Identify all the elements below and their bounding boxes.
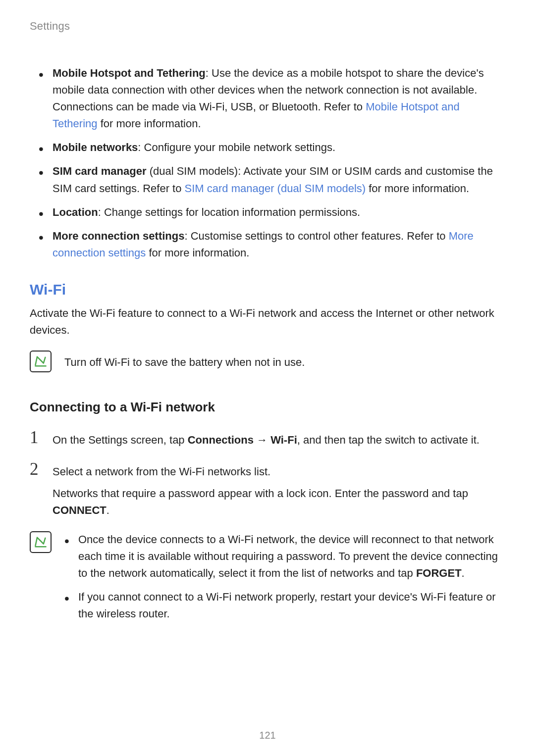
bullet-text: : Customise settings to control other fe… xyxy=(184,230,448,242)
arrow-icon: → xyxy=(254,434,270,446)
bullet-text: for more information. xyxy=(146,247,249,259)
connecting-steps: 1 On the Settings screen, tap Connection… xyxy=(30,429,505,519)
wifi-note-text: Turn off Wi-Fi to save the battery when … xyxy=(64,351,305,371)
note-icon xyxy=(30,531,52,553)
note-bold: FORGET xyxy=(416,567,462,579)
step-number: 1 xyxy=(30,429,43,449)
bullet-title: SIM card manager xyxy=(53,165,147,177)
step-body: On the Settings screen, tap Connections … xyxy=(53,429,505,449)
bullet-hotspot: Mobile Hotspot and Tethering: Use the de… xyxy=(53,65,505,132)
bullet-location: Location: Change settings for location i… xyxy=(53,204,505,221)
step-text: Networks that require a password appear … xyxy=(53,487,468,500)
step-number: 2 xyxy=(30,460,43,519)
bullet-more-connection: More connection settings: Customise sett… xyxy=(53,228,505,261)
bullet-title: Mobile networks xyxy=(53,141,138,153)
bullet-text: for more information. xyxy=(98,117,201,130)
bullet-text: : Change settings for location informati… xyxy=(98,206,360,218)
note-bullet-list: Once the device connects to a Wi-Fi netw… xyxy=(64,531,505,629)
note-icon xyxy=(30,351,52,372)
step-bold: Wi-Fi xyxy=(270,434,297,446)
bullet-sim-manager: SIM card manager (dual SIM models): Acti… xyxy=(53,163,505,197)
page-content: Mobile Hotspot and Tethering: Use the de… xyxy=(30,65,505,629)
note-bullet: If you cannot connect to a Wi-Fi network… xyxy=(64,589,505,622)
connecting-heading: Connecting to a Wi-Fi network xyxy=(30,400,505,415)
step-text: On the Settings screen, tap xyxy=(53,434,188,446)
bullet-text: for more information. xyxy=(366,182,469,195)
step-text: . xyxy=(107,504,109,516)
bullet-mobile-networks: Mobile networks: Configure your mobile n… xyxy=(53,139,505,156)
step-text: Select a network from the Wi-Fi networks… xyxy=(53,463,505,480)
step-2: 2 Select a network from the Wi-Fi networ… xyxy=(30,460,505,519)
step-body: Select a network from the Wi-Fi networks… xyxy=(53,460,505,519)
wifi-note-row: Turn off Wi-Fi to save the battery when … xyxy=(30,351,505,372)
step-bold: CONNECT xyxy=(53,504,107,516)
connecting-note: Once the device connects to a Wi-Fi netw… xyxy=(30,531,505,629)
step-subpara: Networks that require a password appear … xyxy=(53,485,505,519)
step-1: 1 On the Settings screen, tap Connection… xyxy=(30,429,505,449)
note-bullet: Once the device connects to a Wi-Fi netw… xyxy=(64,531,505,582)
note-text: . xyxy=(462,567,465,579)
note-text: If you cannot connect to a Wi-Fi network… xyxy=(78,591,496,620)
page-header-title: Settings xyxy=(30,20,505,33)
wifi-intro: Activate the Wi-Fi feature to connect to… xyxy=(30,305,505,339)
wifi-heading: Wi-Fi xyxy=(30,281,505,298)
page-number: 121 xyxy=(0,730,535,741)
top-bullet-list: Mobile Hotspot and Tethering: Use the de… xyxy=(30,65,505,261)
bullet-text: : Configure your mobile network settings… xyxy=(138,141,335,153)
bullet-title: More connection settings xyxy=(53,230,184,242)
bullet-title: Mobile Hotspot and Tethering xyxy=(53,67,206,79)
link-sim-manager[interactable]: SIM card manager (dual SIM models) xyxy=(185,182,366,195)
step-text: , and then tap the switch to activate it… xyxy=(297,434,480,446)
bullet-title: Location xyxy=(53,206,98,218)
step-bold: Connections xyxy=(188,434,254,446)
